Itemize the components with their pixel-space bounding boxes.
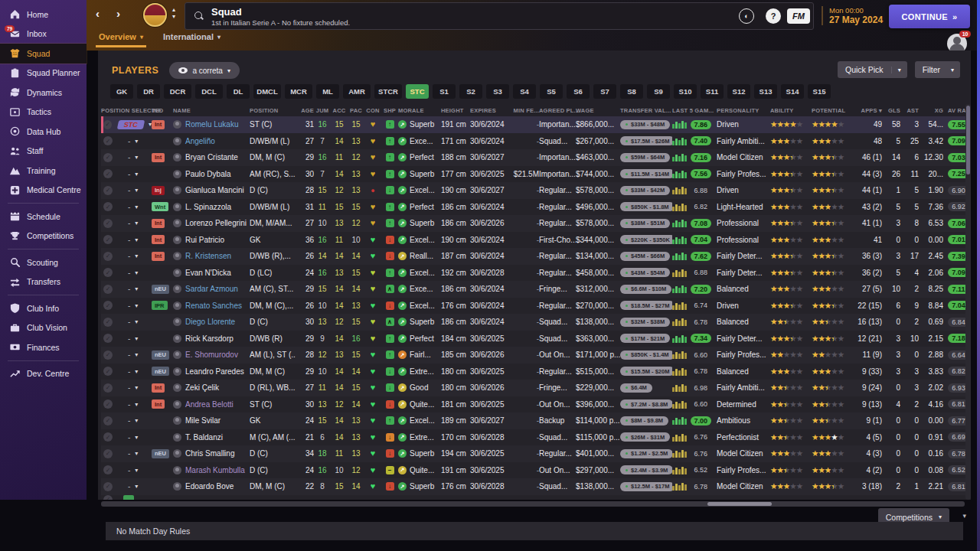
player-row[interactable]: ✓-▾nEUSardar AzmounAM (C), ST...29151414… bbox=[101, 281, 968, 298]
column-header-wage[interactable]: WAGE bbox=[576, 107, 620, 114]
row-check-icon[interactable]: ✓ bbox=[103, 252, 113, 261]
player-name[interactable]: T. Baldanzi bbox=[185, 433, 223, 442]
player-name[interactable]: Evan N'Dicka bbox=[185, 269, 231, 277]
info-badge[interactable]: Int bbox=[152, 235, 165, 244]
chevron-down-icon[interactable]: ▾ bbox=[135, 187, 138, 194]
player-name[interactable]: Paulo Dybala bbox=[185, 170, 230, 178]
column-header-apps[interactable]: APPS ▾ bbox=[853, 107, 882, 114]
player-name[interactable]: Lorenzo Pellegrini bbox=[185, 219, 247, 227]
column-header-age[interactable]: AGE bbox=[296, 107, 314, 114]
chevron-down-icon[interactable]: ▾ bbox=[135, 204, 138, 210]
position-filter-dcl[interactable]: DCL bbox=[195, 84, 223, 99]
column-header-ability[interactable]: ABILITY bbox=[770, 107, 812, 114]
chevron-down-icon[interactable]: ▾ bbox=[135, 335, 138, 342]
player-row[interactable]: ✓-▾IntBryan CristanteDM, M (C)29161112♥↑… bbox=[101, 149, 968, 166]
row-check-icon[interactable]: ✓ bbox=[103, 169, 113, 178]
row-check-icon[interactable]: ✓ bbox=[103, 367, 113, 376]
chevron-down-icon[interactable]: ▾ bbox=[135, 285, 138, 292]
sidebar-item-schedule[interactable]: Schedule bbox=[0, 207, 87, 227]
column-header-ast[interactable]: AST bbox=[900, 107, 919, 114]
vertical-scrollbar[interactable] bbox=[965, 104, 971, 500]
info-badge[interactable]: IPR bbox=[152, 301, 168, 310]
player-row[interactable]: ✓-▾Rick KarsdorpD/WB (R)2991416♥↑↗Perfec… bbox=[101, 331, 968, 347]
player-row[interactable]: ✓-▾IPRRenato SanchesDM, M (C),...2610141… bbox=[101, 298, 968, 315]
position-filter-dcr[interactable]: DCR bbox=[164, 84, 191, 99]
club-crest-icon[interactable] bbox=[143, 3, 167, 27]
column-header-form[interactable]: LAST 5 GAM... bbox=[672, 107, 717, 114]
player-name[interactable]: Romelu Lukaku bbox=[185, 120, 238, 129]
position-filter-s13[interactable]: S13 bbox=[754, 84, 777, 99]
fm-logo-icon[interactable]: FM bbox=[787, 8, 810, 24]
position-filter-s1[interactable]: S1 bbox=[433, 84, 456, 99]
column-header-possel[interactable]: POSITION SELECTED bbox=[101, 107, 152, 114]
position-filter-gk[interactable]: GK bbox=[110, 84, 133, 99]
info-badge[interactable]: Int bbox=[152, 219, 165, 228]
player-row[interactable]: ✓-▾nEUChris SmallingD (C)34181113♥↓↗Supe… bbox=[101, 445, 968, 462]
player-row[interactable]: ✓-▾WntL. SpinazzolaD/WB/M (L)31111515♥↑↗… bbox=[101, 199, 968, 216]
view-selector-dropdown[interactable]: a correta ▾ bbox=[169, 62, 239, 79]
sidebar-item-squad[interactable]: 11 Squad bbox=[0, 44, 87, 64]
player-name[interactable]: Gianluca Mancini bbox=[185, 186, 244, 194]
sidebar-item-tactics[interactable]: Tactics bbox=[0, 103, 87, 122]
row-check-icon[interactable]: ✓ bbox=[103, 235, 113, 244]
player-name[interactable]: Rui Patricio bbox=[185, 236, 224, 244]
nav-forward-button[interactable]: › bbox=[116, 7, 120, 20]
player-row[interactable]: ✓-▾IntR. KristensenD/WB (R),...26141414♥… bbox=[101, 248, 968, 265]
position-filter-stcr[interactable]: STCR bbox=[374, 84, 402, 99]
row-check-icon[interactable]: ✓ bbox=[103, 334, 113, 343]
column-header-xg[interactable]: XG bbox=[919, 107, 943, 114]
player-name[interactable]: Rick Karsdorp bbox=[185, 334, 234, 343]
chevron-down-icon[interactable]: ▾ bbox=[135, 351, 138, 358]
player-row[interactable]: ✓-▾IntAndrea BelottiST (C)30131214♥↓↗Qui… bbox=[101, 396, 968, 413]
row-check-icon[interactable]: ✓ bbox=[103, 449, 113, 458]
sidebar-item-staff[interactable]: Staff bbox=[0, 142, 87, 161]
world-icon[interactable]: ◐ bbox=[739, 8, 754, 24]
row-check-icon[interactable]: ✓ bbox=[103, 136, 113, 145]
player-row[interactable]: ✓-▾T. BaldanziM (C), AM (...2161413♥↓↗Ex… bbox=[101, 429, 968, 446]
player-name[interactable]: L. Spinazzola bbox=[185, 203, 231, 211]
tab-overview[interactable]: Overview▾ bbox=[99, 32, 143, 47]
column-header-jum[interactable]: JUM bbox=[314, 107, 331, 114]
quick-pick-button[interactable]: Quick Pick▾ bbox=[838, 61, 907, 78]
sidebar-item-finances[interactable]: Finances bbox=[0, 337, 87, 357]
sidebar-item-transfers[interactable]: Transfers bbox=[0, 272, 87, 292]
chevron-down-icon[interactable]: ▾ bbox=[135, 302, 138, 309]
chevron-down-icon[interactable]: ▾ bbox=[135, 171, 138, 178]
row-check-icon[interactable]: ✓ bbox=[103, 301, 113, 310]
player-row[interactable]: ✓-▾Marash KumbullaD (C)24161012♥−↗Quite.… bbox=[101, 462, 968, 479]
position-filter-s10[interactable]: S10 bbox=[674, 84, 697, 99]
info-badge[interactable]: Int bbox=[152, 252, 165, 261]
info-badge[interactable]: nEU bbox=[152, 367, 169, 376]
row-check-icon[interactable]: ✓ bbox=[103, 465, 113, 474]
chevron-down-icon[interactable]: ▾ bbox=[135, 450, 138, 457]
horizontal-scrollbar[interactable] bbox=[101, 501, 965, 507]
info-badge[interactable]: Wnt bbox=[152, 202, 168, 211]
player-name[interactable]: Chris Smalling bbox=[185, 449, 234, 458]
info-badge[interactable]: nEU bbox=[152, 350, 169, 360]
player-name[interactable]: Diego Llorente bbox=[185, 318, 235, 326]
column-header-inf[interactable]: INF bbox=[152, 107, 173, 114]
position-filter-s12[interactable]: S12 bbox=[727, 84, 750, 99]
row-check-icon[interactable]: ✓ bbox=[103, 120, 112, 129]
player-name[interactable]: Edoardo Bove bbox=[185, 482, 234, 491]
column-header-height[interactable]: HEIGHT bbox=[441, 107, 470, 114]
partial-row[interactable]: ✓ bbox=[101, 495, 968, 500]
column-header-gls[interactable]: GLS bbox=[882, 107, 900, 114]
player-name[interactable]: R. Kristensen bbox=[185, 252, 231, 260]
position-filter-s8[interactable]: S8 bbox=[620, 84, 643, 99]
column-header-morale[interactable]: MORALE bbox=[398, 107, 441, 114]
row-check-icon[interactable]: ✓ bbox=[103, 318, 113, 327]
player-row[interactable]: ✓-▾Diego LlorenteD (C)30131215♥∧↗Superb1… bbox=[101, 314, 968, 331]
row-check-icon[interactable]: ✓ bbox=[103, 350, 113, 360]
position-filter-amr[interactable]: AMR bbox=[343, 84, 371, 99]
chevron-down-icon[interactable]: ▾ bbox=[135, 236, 138, 243]
player-row[interactable]: ✓-▾Mile SvilarGK24151413♥↑↗Excel...189 c… bbox=[101, 412, 968, 429]
info-badge[interactable]: Int bbox=[152, 399, 165, 409]
chevron-down-icon[interactable]: ▾ bbox=[135, 483, 138, 490]
sidebar-item-home[interactable]: Home bbox=[0, 5, 87, 24]
column-header-pers[interactable]: PERSONALITY bbox=[717, 107, 770, 114]
sidebar-item-club-info[interactable]: Club Info bbox=[0, 298, 87, 318]
info-badge[interactable]: nEU bbox=[152, 285, 169, 294]
position-filter-s4[interactable]: S4 bbox=[513, 84, 536, 99]
position-filter-s3[interactable]: S3 bbox=[486, 84, 509, 99]
